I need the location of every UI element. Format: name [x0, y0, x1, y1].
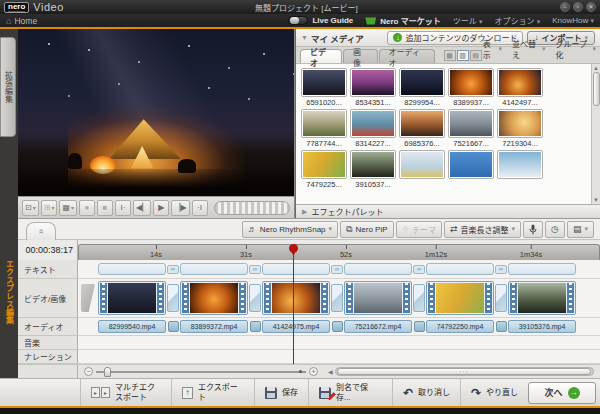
sort-menu[interactable]: 並べ替え▾	[512, 38, 546, 60]
zoom-out-button[interactable]: −	[84, 367, 93, 376]
mark-in-button[interactable]: I·	[115, 200, 131, 216]
media-item[interactable]: 7479225...	[301, 150, 347, 189]
link-icon[interactable]: ∞	[495, 265, 507, 274]
theme-button[interactable]: ✧テーマ	[396, 221, 443, 238]
media-scrollbar[interactable]: ▲ ▼	[591, 64, 600, 204]
tab-advanced-editing[interactable]: 拡張編集	[0, 37, 16, 137]
export-button[interactable]: ↑ エクスポート	[171, 379, 254, 406]
audio-clip[interactable]: 83899372.mp4	[180, 320, 248, 333]
audio-transition[interactable]	[414, 321, 425, 332]
next-frame-button[interactable]: ▕▶	[171, 200, 189, 216]
video-clip[interactable]	[426, 281, 494, 315]
media-item[interactable]: 7521667...	[448, 109, 494, 148]
pip-button[interactable]: ⧉Nero PiP	[340, 221, 393, 238]
text-clip-placeholder[interactable]	[426, 263, 494, 275]
track-narration[interactable]	[78, 350, 600, 364]
nero-market-button[interactable]: Nero マーケット	[365, 15, 440, 26]
fullscreen-button[interactable]: ⊞▾	[41, 200, 58, 216]
audio-transition[interactable]	[250, 321, 261, 332]
display-mode-button[interactable]: ⊡▾	[22, 200, 39, 216]
zoom-slider[interactable]: − +	[78, 367, 324, 376]
text-clip-placeholder[interactable]	[344, 263, 412, 275]
video-clip[interactable]	[98, 281, 166, 315]
tab-express-editing[interactable]: エクスプレス編集	[0, 232, 18, 352]
save-button[interactable]: 保存	[254, 379, 308, 406]
video-clip[interactable]	[262, 281, 330, 315]
tools-menu[interactable]: ツール ▾	[453, 15, 483, 26]
audio-clip[interactable]: 74792250.mp4	[426, 320, 494, 333]
redo-button[interactable]: ↷ やり直し	[460, 379, 528, 406]
text-clip-placeholder[interactable]	[98, 263, 166, 275]
timeline-ruler[interactable]: 14s 31s 52s 1m12s 1m34s	[78, 244, 600, 260]
transition-placeholder[interactable]	[331, 284, 343, 312]
next-button[interactable]: 次へ →	[528, 382, 596, 404]
transition-placeholder[interactable]	[495, 284, 507, 312]
live-guide-toggle[interactable]: Live Guide	[288, 16, 353, 25]
scroll-down-icon[interactable]: ▼	[593, 196, 599, 204]
multi-export-button[interactable]: ▸ ▸ マルチエクスポート	[80, 379, 171, 406]
view-details-button[interactable]: ▤	[470, 50, 482, 61]
view-tiles-button[interactable]: ▥	[457, 50, 469, 61]
video-clip[interactable]	[344, 281, 412, 315]
transition-placeholder[interactable]	[249, 284, 261, 312]
effect-palette-bar[interactable]: ▶ エフェクトパレット	[296, 204, 600, 218]
audio-clip[interactable]: 75216672.mp4	[344, 320, 412, 333]
track-music[interactable]	[78, 336, 600, 350]
media-item[interactable]: 6985376...	[399, 109, 445, 148]
media-item[interactable]: 8314227...	[350, 109, 396, 148]
media-item[interactable]: 8299954...	[399, 68, 445, 107]
tab-video[interactable]: ビデオ	[300, 49, 342, 63]
close-button[interactable]: ✕	[586, 2, 596, 12]
video-clip[interactable]	[180, 281, 248, 315]
text-clip-placeholder[interactable]	[180, 263, 248, 275]
transition-placeholder[interactable]	[167, 284, 179, 312]
jog-shuttle[interactable]	[214, 201, 290, 215]
media-item[interactable]: 8534351...	[350, 68, 396, 107]
knowhow-menu[interactable]: KnowHow ▾	[552, 16, 594, 25]
toggle-knob[interactable]	[288, 16, 308, 25]
prev-frame-button[interactable]: ◀▏	[133, 200, 151, 216]
stop-button[interactable]: ■	[97, 200, 113, 216]
duration-button[interactable]: ◷	[545, 221, 565, 238]
track-audio[interactable]: 82999540.mp4 83899372.mp4 41424975.mp4 7…	[78, 318, 600, 336]
video-clip[interactable]	[508, 281, 576, 315]
audio-clip[interactable]: 41424975.mp4	[262, 320, 330, 333]
media-item[interactable]: 3910537...	[350, 150, 396, 189]
scrollbar-thumb[interactable]	[593, 72, 600, 106]
maximize-button[interactable]: ▫	[573, 2, 583, 12]
link-icon[interactable]: ∞	[249, 265, 261, 274]
text-clip-placeholder[interactable]	[508, 263, 576, 275]
video-preview[interactable]	[18, 29, 294, 196]
playhead[interactable]	[293, 245, 294, 364]
link-icon[interactable]: ∞	[331, 265, 343, 274]
media-item[interactable]	[448, 150, 494, 189]
view-menu[interactable]: 表示▾	[483, 38, 502, 60]
link-icon[interactable]: ∞	[413, 265, 425, 274]
track-video[interactable]	[78, 279, 600, 318]
track-text[interactable]: ∞ ∞ ∞ ∞ ∞	[78, 260, 600, 279]
record-button[interactable]: ●	[79, 200, 95, 216]
media-item[interactable]: 7787744...	[301, 109, 347, 148]
save-as-button[interactable]: 別名で保存...	[308, 379, 392, 406]
device-output-button[interactable]: ▤▾	[567, 221, 594, 238]
audio-clip[interactable]: 82999540.mp4	[98, 320, 166, 333]
grid-overlay-button[interactable]: ▦▾	[59, 200, 77, 216]
media-item[interactable]	[399, 150, 445, 189]
scroll-up-icon[interactable]: ▲	[593, 64, 599, 72]
minimize-button[interactable]: –	[560, 2, 570, 12]
scroll-left-icon[interactable]: ◀	[328, 368, 333, 375]
timeline-hscrollbar[interactable]: ◀ ···	[324, 367, 600, 376]
text-clip-placeholder[interactable]	[262, 263, 330, 275]
tab-images[interactable]: 画像	[343, 49, 378, 63]
media-item[interactable]: 8389937...	[448, 68, 494, 107]
media-item[interactable]	[497, 150, 543, 189]
tab-audio[interactable]: オーディオ	[379, 49, 435, 63]
media-item[interactable]: 7219304...	[497, 109, 543, 148]
music-length-button[interactable]: ⇄音楽長さ調整▾	[444, 221, 521, 238]
media-item[interactable]: 4142497...	[497, 68, 543, 107]
audio-transition[interactable]	[496, 321, 507, 332]
transition-placeholder[interactable]	[413, 284, 425, 312]
audio-transition[interactable]	[168, 321, 179, 332]
mark-out-button[interactable]: ·I	[192, 200, 208, 216]
media-item[interactable]: 6591020...	[301, 68, 347, 107]
